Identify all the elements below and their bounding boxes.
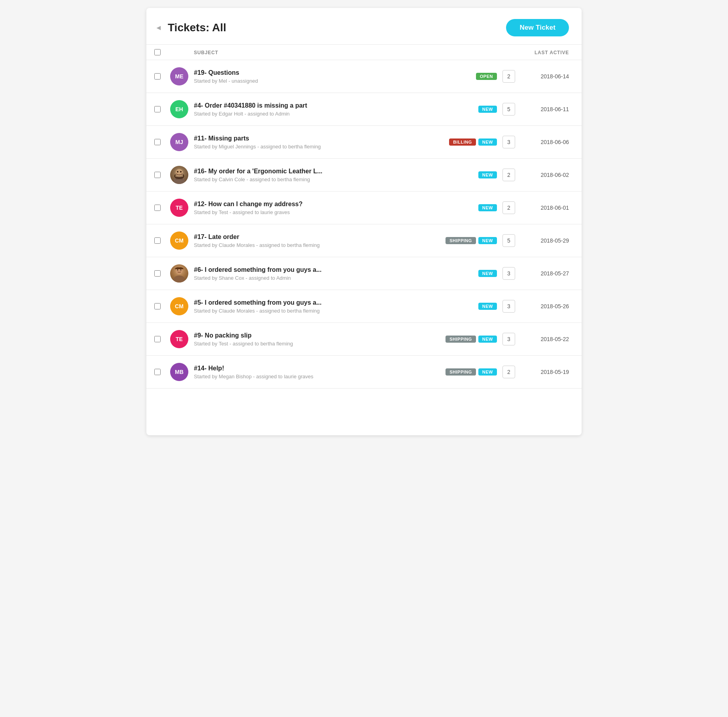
tag-open: OPEN: [476, 73, 497, 80]
table-row[interactable]: MJ #11- Missing parts Started by Miguel …: [146, 126, 582, 159]
row-check-col: [154, 172, 170, 178]
subject-col: #5- I ordered something from you guys a.…: [194, 299, 478, 314]
tag-new: NEW: [478, 336, 497, 343]
ticket-meta: Started by Test - assigned to bertha fle…: [194, 341, 446, 347]
page-title: Tickets: All: [168, 21, 226, 34]
new-ticket-button[interactable]: New Ticket: [506, 19, 569, 36]
reply-count-badge: 3: [502, 136, 515, 148]
subject-column-label: SUBJECT: [194, 50, 218, 55]
row-check-col: [154, 303, 170, 309]
tags-col: NEW: [478, 270, 497, 277]
last-active-value: 2018-06-02: [518, 172, 569, 178]
tags-col: NEW: [478, 204, 497, 211]
row-check-col: [154, 205, 170, 211]
table-row[interactable]: CM #17- Late order Started by Claude Mor…: [146, 224, 582, 257]
reply-count-badge: 5: [502, 234, 515, 247]
subject-col: #14- Help! Started by Megan Bishop - ass…: [194, 365, 446, 379]
tags-col: NEW: [478, 303, 497, 310]
tags-col: SHIPPINGNEW: [446, 368, 497, 376]
reply-count-badge: 3: [502, 300, 515, 313]
avatar-col: MJ: [170, 133, 194, 151]
subject-col: #6- I ordered something from you guys a.…: [194, 266, 478, 281]
avatar-col: TE: [170, 330, 194, 348]
ticket-list: ME #19- Questions Started by Mel - unass…: [146, 60, 582, 389]
last-active-value: 2018-06-14: [518, 73, 569, 80]
subject-col: #12- How can I change my address? Starte…: [194, 201, 478, 215]
row-checkbox[interactable]: [154, 369, 161, 375]
table-row[interactable]: #16- My order for a 'Ergonomic Leather L…: [146, 159, 582, 192]
ticket-subject: #6- I ordered something from you guys a.…: [194, 266, 478, 273]
row-check-col: [154, 73, 170, 80]
row-checkbox[interactable]: [154, 205, 161, 211]
row-checkbox[interactable]: [154, 237, 161, 244]
row-check-col: [154, 369, 170, 375]
reply-count-badge: 2: [502, 169, 515, 181]
reply-count-badge: 5: [502, 103, 515, 116]
ticket-subject: #17- Late order: [194, 233, 446, 241]
subject-col: #4- Order #40341880 is missing a part St…: [194, 102, 478, 117]
table-row[interactable]: MB #14- Help! Started by Megan Bishop - …: [146, 356, 582, 389]
row-checkbox[interactable]: [154, 139, 161, 145]
table-row[interactable]: TE #12- How can I change my address? Sta…: [146, 192, 582, 224]
tags-col: SHIPPINGNEW: [446, 237, 497, 244]
row-checkbox[interactable]: [154, 270, 161, 277]
tag-billing: BILLING: [449, 138, 476, 146]
ticket-meta: Started by Miguel Jennings - assigned to…: [194, 144, 449, 150]
tags-col: BILLINGNEW: [449, 138, 497, 146]
ticket-subject: #4- Order #40341880 is missing a part: [194, 102, 478, 109]
avatar-col: TE: [170, 199, 194, 217]
row-check-col: [154, 237, 170, 244]
last-active-value: 2018-05-29: [518, 237, 569, 244]
tag-new: NEW: [478, 237, 497, 244]
svg-point-8: [180, 269, 182, 271]
avatar-col: MB: [170, 363, 194, 381]
tag-new: NEW: [478, 368, 497, 376]
subject-col: #9- No packing slip Started by Test - as…: [194, 332, 446, 347]
header-left: ◄ Tickets: All: [154, 21, 226, 34]
svg-point-4: [180, 171, 182, 173]
last-active-column-label: LAST ACTIVE: [535, 50, 569, 55]
row-checkbox[interactable]: [154, 172, 161, 178]
ticket-subject: #16- My order for a 'Ergonomic Leather L…: [194, 168, 478, 175]
reply-count-badge: 3: [502, 267, 515, 280]
table-row[interactable]: ME #19- Questions Started by Mel - unass…: [146, 60, 582, 93]
row-checkbox[interactable]: [154, 336, 161, 342]
row-checkbox[interactable]: [154, 106, 161, 112]
avatar-col: [170, 264, 194, 283]
tag-new: NEW: [478, 204, 497, 211]
row-check-col: [154, 270, 170, 277]
row-check-col: [154, 139, 170, 145]
tag-new: NEW: [478, 171, 497, 178]
tags-col: NEW: [478, 171, 497, 178]
tag-shipping: SHIPPING: [446, 368, 476, 376]
sidebar-toggle-icon[interactable]: ◄: [154, 23, 163, 32]
header-last-active-col: LAST ACTIVE: [518, 49, 569, 56]
table-row[interactable]: CM #5- I ordered something from you guys…: [146, 290, 582, 323]
subject-col: #19- Questions Started by Mel - unassign…: [194, 69, 476, 84]
table-header: SUBJECT LAST ACTIVE: [146, 44, 582, 60]
header-check-col: [154, 49, 170, 55]
tag-shipping: SHIPPING: [446, 237, 476, 244]
table-row[interactable]: EH #4- Order #40341880 is missing a part…: [146, 93, 582, 126]
row-checkbox[interactable]: [154, 73, 161, 80]
ticket-subject: #9- No packing slip: [194, 332, 446, 339]
select-all-checkbox[interactable]: [154, 49, 161, 55]
last-active-value: 2018-05-19: [518, 369, 569, 375]
table-row[interactable]: TE #9- No packing slip Started by Test -…: [146, 323, 582, 356]
ticket-meta: Started by Test - assigned to laurie gra…: [194, 209, 478, 215]
tags-col: OPEN: [476, 73, 497, 80]
table-row[interactable]: #6- I ordered something from you guys a.…: [146, 257, 582, 290]
row-checkbox[interactable]: [154, 303, 161, 309]
ticket-meta: Started by Edgar Holt - assigned to Admi…: [194, 111, 478, 117]
reply-count-badge: 3: [502, 333, 515, 345]
ticket-meta: Started by Claude Morales - assigned to …: [194, 242, 446, 248]
svg-point-7: [177, 269, 178, 271]
row-check-col: [154, 106, 170, 112]
tags-col: NEW: [478, 106, 497, 113]
tag-new: NEW: [478, 303, 497, 310]
tag-new: NEW: [478, 138, 497, 146]
last-active-value: 2018-05-27: [518, 270, 569, 277]
ticket-meta: Started by Calvin Cole - assigned to ber…: [194, 176, 478, 182]
avatar-col: CM: [170, 297, 194, 315]
tags-col: SHIPPINGNEW: [446, 336, 497, 343]
